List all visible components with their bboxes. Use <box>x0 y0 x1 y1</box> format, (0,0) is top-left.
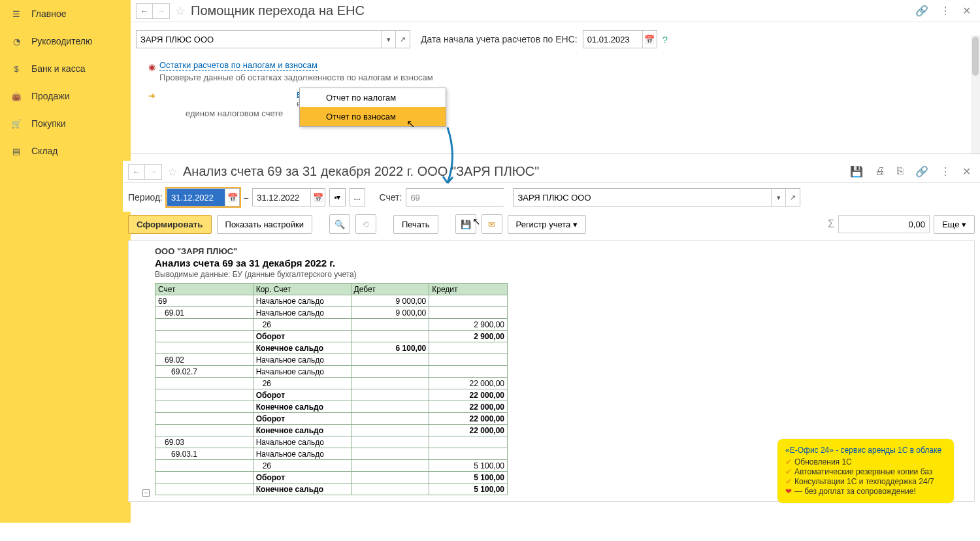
account-input[interactable] <box>406 189 524 206</box>
bank-icon: $ <box>9 61 24 76</box>
promo-line: ✔Консультации 1С и техподдержка 24/7 <box>785 477 946 486</box>
table-row[interactable]: 69.02Начальное сальдо <box>155 354 508 366</box>
sidebar-item-sales[interactable]: 👜 Продажи <box>0 82 131 110</box>
period-from-field[interactable]: 📅 <box>167 188 240 206</box>
ens-assistant-pane: ← → ☆ Помощник перехода на ЕНС 🔗 ⋮ ✕ ▾ ↗… <box>131 0 980 154</box>
table-row[interactable]: 69Начальное сальдо9 000,00 <box>155 295 508 307</box>
back-button[interactable]: ← <box>136 3 153 19</box>
report-subtitle: Выводимые данные: БУ (данные бухгалтерск… <box>155 270 948 279</box>
table-row[interactable]: 69.03Начальное сальдо <box>155 436 508 448</box>
sum-input[interactable] <box>838 215 930 233</box>
page-icon[interactable]: ⎘ <box>893 163 907 180</box>
warehouse-icon: ▤ <box>9 144 24 158</box>
promo-line: ❤— без доплат за сопровождение! <box>785 487 946 496</box>
table-row[interactable]: 69.02.7Начальное сальдо <box>155 366 508 378</box>
table-row[interactable]: 69.01Начальное сальдо9 000,00 <box>155 307 508 319</box>
table-row[interactable]: Конечное сальдо22 000,00 <box>155 401 508 413</box>
promo-title: «Е-Офис 24» - сервис аренды 1С в облаке <box>785 446 946 455</box>
sidebar-item-label: Банк и касса <box>31 63 85 74</box>
step-2: ➔ взносам е те налогов и взносов на един… <box>144 88 967 120</box>
table-row[interactable]: Конечное сальдо22 000,00 <box>155 425 508 436</box>
sigma-icon: Σ <box>828 218 834 230</box>
sidebar-item-label: Продажи <box>31 91 69 101</box>
sidebar-item-main[interactable]: ☰ Главное <box>0 0 131 27</box>
search-icon[interactable]: 🔍 <box>329 214 350 234</box>
generate-button[interactable]: Сформировать <box>128 215 212 234</box>
period-to-input[interactable] <box>253 189 310 206</box>
tree-collapse-icon[interactable]: − <box>142 489 150 497</box>
help-icon[interactable]: ? <box>662 34 668 45</box>
save-icon[interactable]: 💾 <box>846 163 867 180</box>
sidebar-item-purchases[interactable]: 🛒 Покупки <box>0 110 131 137</box>
table-row[interactable]: 265 100,00 <box>155 460 508 472</box>
link-icon[interactable]: 🔗 <box>911 2 932 20</box>
period-to-field[interactable]: 📅 <box>252 188 325 206</box>
assistant-steps: ◉ Остатки расчетов по налогам и взносам … <box>131 56 980 122</box>
more-icon[interactable]: ⋮ <box>936 2 955 20</box>
email-icon[interactable]: ✉ <box>482 214 502 234</box>
pane2-title: Анализ счета 69 за 31 декабря 2022 г. ОО… <box>183 164 539 179</box>
table-row[interactable]: Конечное сальдо6 100,00 <box>155 342 508 354</box>
sidebar-item-manager[interactable]: ◔ Руководителю <box>0 27 131 55</box>
table-row[interactable]: Конечное сальдо5 100,00 <box>155 484 508 495</box>
table-row[interactable]: Оборот22 000,00 <box>155 413 508 425</box>
account-combo[interactable]: ▾ ↗ <box>406 188 504 206</box>
sidebar-item-bank[interactable]: $ Банк и касса <box>0 55 131 82</box>
show-settings-button[interactable]: Показать настройки <box>217 215 312 234</box>
print-header-icon[interactable]: 🖨 <box>871 163 889 180</box>
print-button[interactable]: Печать <box>393 215 438 234</box>
content-area: ← → ☆ Помощник перехода на ЕНС 🔗 ⋮ ✕ ▾ ↗… <box>131 0 980 523</box>
org-combo[interactable]: ▾ ↗ <box>136 30 410 48</box>
sidebar-item-label: Главное <box>31 8 67 19</box>
org2-input[interactable] <box>514 189 771 206</box>
cursor-icon-2: ↖ <box>472 216 481 227</box>
open-icon[interactable]: ↗ <box>785 189 800 206</box>
report-title: Анализ счета 69 за 31 декабря 2022 г. <box>155 257 948 269</box>
promo-line: ✔Автоматические резервные копии баз <box>785 467 946 476</box>
table-row[interactable]: Оборот5 100,00 <box>155 472 508 484</box>
calendar-icon[interactable]: 📅 <box>642 31 657 48</box>
period-more-button[interactable]: ... <box>350 188 365 206</box>
back-button[interactable]: ← <box>128 164 145 180</box>
pane1-scrollbar[interactable] <box>971 35 980 154</box>
report-toolbar: Сформировать Показать настройки 🔍 ⟲ Печа… <box>123 212 980 240</box>
table-row[interactable]: Оборот22 000,00 <box>155 389 508 401</box>
forward-button[interactable]: → <box>153 3 170 19</box>
table-row[interactable]: Оборот2 900,00 <box>155 331 508 342</box>
close-icon[interactable]: ✕ <box>958 163 975 180</box>
period-preset-button[interactable]: ▪▾ <box>329 188 345 206</box>
calendar-icon[interactable]: 📅 <box>310 189 325 206</box>
col-debit: Дебет <box>351 284 429 295</box>
table-row[interactable]: 262 900,00 <box>155 319 508 331</box>
favorite-icon[interactable]: ☆ <box>167 165 178 179</box>
org-input[interactable] <box>137 31 381 48</box>
date-start-field[interactable]: 📅 <box>583 30 657 48</box>
pane2-header: ← → ☆ Анализ счета 69 за 31 декабря 2022… <box>123 161 980 183</box>
pane1-title: Помощник перехода на ЕНС <box>191 3 365 18</box>
step-arrow-icon: ➔ <box>144 91 159 118</box>
pane1-actions: 🔗 ⋮ ✕ <box>911 2 975 20</box>
org2-combo[interactable]: ▾ ↗ <box>513 188 800 206</box>
open-icon[interactable]: ↗ <box>395 31 410 48</box>
calendar-icon[interactable]: 📅 <box>225 189 239 206</box>
sidebar-item-label: Руководителю <box>31 36 92 46</box>
sidebar-item-warehouse[interactable]: ▤ Склад <box>0 137 131 165</box>
date-start-input[interactable] <box>583 31 642 48</box>
forward-button[interactable]: → <box>145 164 162 180</box>
promo-line: ✔Обновления 1С <box>785 457 946 467</box>
table-row[interactable]: 2622 000,00 <box>155 378 508 389</box>
link-icon[interactable]: 🔗 <box>911 163 932 180</box>
more-button[interactable]: Еще ▾ <box>934 215 975 234</box>
period-from-input[interactable] <box>167 189 225 206</box>
refresh-search-icon[interactable]: ⟲ <box>355 214 376 234</box>
menu-item-taxes[interactable]: Отчет по налогам <box>300 88 446 107</box>
dropdown-icon[interactable]: ▾ <box>381 31 395 48</box>
menu-item-contributions[interactable]: Отчет по взносам <box>300 107 446 126</box>
step1-link[interactable]: Остатки расчетов по налогам и взносам <box>159 60 318 71</box>
registry-button[interactable]: Регистр учета ▾ <box>508 215 586 234</box>
more-icon[interactable]: ⋮ <box>936 163 955 180</box>
close-icon[interactable]: ✕ <box>958 2 975 20</box>
dropdown-icon[interactable]: ▾ <box>771 189 785 206</box>
favorite-icon[interactable]: ☆ <box>175 4 186 18</box>
table-row[interactable]: 69.03.1Начальное сальдо <box>155 448 508 460</box>
